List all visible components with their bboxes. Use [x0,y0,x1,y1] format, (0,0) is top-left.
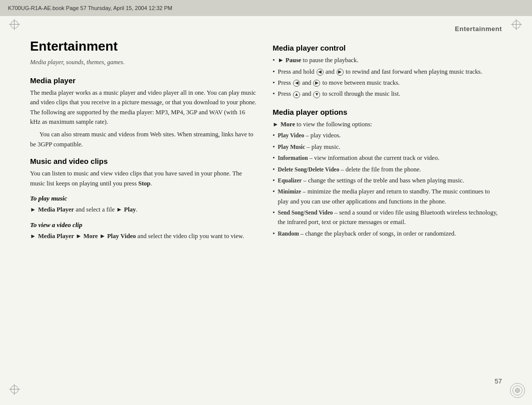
opt-bullet-2: • [273,142,275,152]
control-item-2: • Press and hold ◀ and ▶ to rewind and f… [273,67,502,77]
to-view-video-body: Media Player ► More ► Play Video and sel… [38,232,244,241]
page-number: 57 [495,377,502,385]
option-send-text: Send Song/Send Video – send a sound or v… [278,208,502,228]
opt-bullet-3: • [273,153,275,163]
corner-top-left [9,19,21,31]
corner-bottom-left [9,384,21,396]
section-title-top: Entertainment [455,25,502,33]
control-item-1: • ► Pause to pause the playback. [273,56,502,65]
right-column: Media player control • ► Pause to pause … [273,36,502,375]
prev-icon: ◀ [293,80,300,87]
option-random-text: Random – change the playback order of so… [278,229,456,239]
options-arrow: ► [273,120,279,129]
left-column: Entertainment Media player, sounds, them… [30,36,256,375]
opt-bullet-4: • [273,165,275,174]
media-player-body1: The media player works as a music player… [30,88,256,127]
next-icon: ▶ [313,80,320,87]
media-player-control-heading: Media player control [273,42,502,54]
music-video-body: You can listen to music and view video c… [30,169,256,188]
option-play-music: • Play Music – play music. [273,142,502,152]
option-equalizer-text: Equalizer – change the settings of the t… [278,176,464,185]
to-play-music-body: Media Player and select a file ► Play. [38,205,137,215]
header-bar: K700UG-R1A-AE.book Page 57 Thursday, Apr… [0,0,532,16]
media-player-body2: You can also stream music and videos fro… [30,130,256,149]
option-minimize-text: Minimize – minimize the media player and… [278,187,502,207]
control-item-4-text: Press ▲ and ▼ to scroll through the musi… [278,89,401,99]
option-send: • Send Song/Send Video – send a sound or… [273,208,502,228]
up-icon: ▲ [293,91,300,98]
control-item-3-text: Press ◀ and ▶ to move between music trac… [278,78,400,88]
control-item-4: • Press ▲ and ▼ to scroll through the mu… [273,89,502,99]
option-information-text: Information – view information about the… [278,153,439,163]
control-item-3: • Press ◀ and ▶ to move between music tr… [273,78,502,88]
option-play-video: • Play Video – play videos. [273,131,502,140]
down-icon: ▼ [313,91,320,98]
to-view-video-item: ► Media Player ► More ► Play Video and s… [30,232,256,241]
to-play-music-item: ► Media Player and select a file ► Play. [30,205,256,215]
ffwd-icon: ▶ [337,69,344,76]
control-item-1-text: ► Pause to pause the playback. [278,56,359,65]
media-player-options-heading: Media player options [273,106,502,118]
bullet-1: • [273,56,275,65]
options-intro-text: More to view the following options: [281,120,372,129]
opt-bullet-7: • [273,208,275,228]
option-delete-text: Delete Song/Delete Video – delete the fi… [278,165,421,174]
content-area: Entertainment Media player, sounds, them… [30,36,502,375]
arrow-icon-2: ► [30,232,36,241]
music-video-heading: Music and video clips [30,155,256,167]
option-information: • Information – view information about t… [273,153,502,163]
to-view-video-heading: To view a video clip [30,220,256,230]
subtitle: Media player, sounds, themes, games. [30,58,256,67]
option-play-music-text: Play Music – play music. [278,142,341,152]
options-intro-item: ► More to view the following options: [273,120,502,129]
option-delete: • Delete Song/Delete Video – delete the … [273,165,502,174]
option-play-video-text: Play Video – play videos. [278,131,341,140]
bullet-4: • [273,89,275,99]
opt-bullet-8: • [273,229,275,239]
to-play-music-heading: To play music [30,193,256,204]
option-equalizer: • Equalizer – change the settings of the… [273,176,502,185]
page: K700UG-R1A-AE.book Page 57 Thursday, Apr… [0,0,532,405]
rewind-icon: ◀ [317,69,324,76]
bullet-3: • [273,78,275,88]
option-random: • Random – change the playback order of … [273,229,502,239]
media-player-heading: Media player [30,75,256,86]
arrow-icon: ► [30,205,36,215]
opt-bullet-1: • [273,131,275,140]
opt-bullet-5: • [273,176,275,185]
option-minimize: • Minimize – minimize the media player a… [273,187,502,207]
opt-bullet-6: • [273,187,275,207]
corner-bottom-right [510,383,525,398]
bullet-2: • [273,67,275,77]
header-text: K700UG-R1A-AE.book Page 57 Thursday, Apr… [8,5,172,11]
main-heading: Entertainment [30,36,256,56]
control-item-2-text: Press and hold ◀ and ▶ to rewind and fas… [278,67,482,77]
corner-top-right [511,19,523,31]
